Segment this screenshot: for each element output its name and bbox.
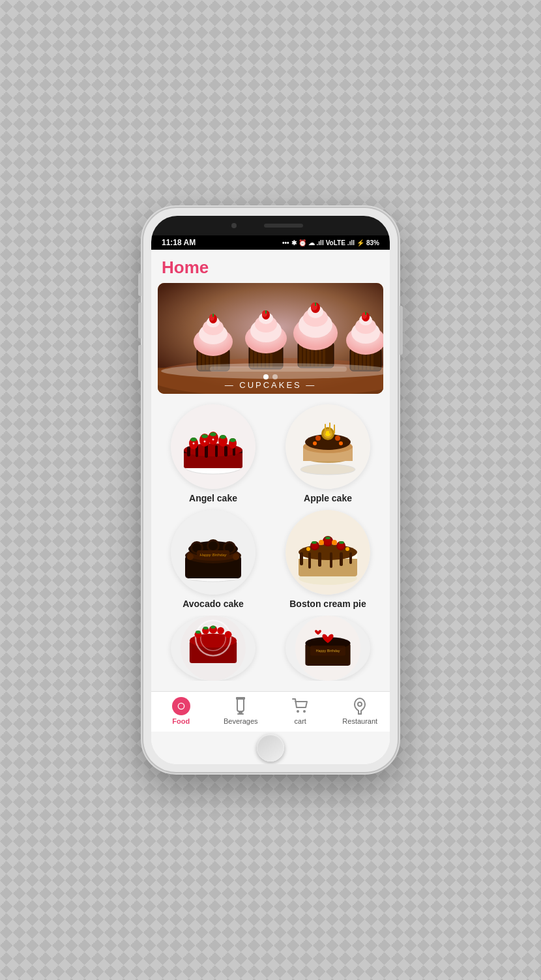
product-name-avocado-cake: Avocado cake: [183, 599, 244, 609]
svg-point-166: [297, 710, 299, 713]
nav-item-food[interactable]: Food: [151, 697, 211, 725]
svg-point-80: [210, 432, 216, 436]
svg-rect-124: [308, 552, 311, 569]
nav-label-food: Food: [172, 717, 190, 725]
svg-point-141: [339, 541, 344, 544]
product-item-5[interactable]: [159, 616, 267, 681]
bluetooth-icon: ✱: [291, 239, 297, 246]
status-bar: 11:18 AM ••• ✱ ⏰ ☁ .ıll VoLTE .ıll ⚡ 83%: [151, 235, 390, 250]
status-icons: ••• ✱ ⏰ ☁ .ıll VoLTE .ıll ⚡ 83%: [282, 239, 379, 246]
signal2-icon: .ıll: [347, 239, 355, 246]
phone-frame: 11:18 AM ••• ✱ ⏰ ☁ .ıll VoLTE .ıll ⚡ 83%…: [143, 208, 398, 772]
page-title: Home: [151, 250, 390, 283]
svg-text:Happy Birthday: Happy Birthday: [199, 553, 227, 557]
alarm-icon: ⏰: [299, 239, 306, 246]
svg-rect-165: [237, 713, 244, 715]
volume-up-button[interactable]: [138, 273, 141, 296]
dot-1[interactable]: [263, 374, 269, 379]
home-button[interactable]: [257, 734, 284, 762]
svg-point-139: [312, 541, 317, 544]
food-active-indicator: [172, 697, 190, 715]
svg-point-153: [203, 627, 209, 630]
svg-rect-128: [349, 552, 352, 564]
cart-icon-container: [291, 697, 310, 715]
nav-item-restaurant[interactable]: Restaurant: [330, 697, 390, 725]
svg-rect-101: [334, 424, 335, 434]
svg-point-44: [311, 303, 317, 310]
svg-rect-127: [340, 552, 343, 566]
product-item-6[interactable]: Happy Birthday: [274, 616, 382, 681]
product-name-apple-cake: Apple cake: [304, 493, 352, 503]
svg-point-79: [201, 434, 208, 438]
product-image-6: Happy Birthday: [285, 616, 370, 681]
product-image-apple-cake: [285, 404, 370, 489]
angel-cake-image: [171, 404, 256, 489]
svg-point-111: [209, 541, 218, 550]
bottom-bezel: [151, 732, 390, 764]
battery-icon: 83%: [366, 239, 379, 246]
svg-rect-126: [330, 552, 332, 568]
food-icon: [176, 701, 186, 711]
beverages-icon-container: [231, 697, 250, 715]
beverages-icon: [233, 697, 248, 715]
svg-point-167: [303, 710, 306, 713]
nav-label-restaurant: Restaurant: [342, 717, 377, 725]
svg-rect-32: [299, 344, 302, 366]
svg-point-116: [187, 554, 194, 560]
svg-point-151: [225, 631, 232, 638]
product-image-5: [171, 616, 256, 681]
svg-point-87: [300, 464, 355, 475]
svg-point-168: [358, 702, 362, 706]
product-item-angel-cake[interactable]: Angel cake: [159, 404, 267, 503]
svg-rect-125: [318, 552, 321, 567]
product-grid: Angel cake: [151, 394, 390, 691]
mute-button[interactable]: [138, 345, 141, 381]
carousel-dots: [158, 374, 383, 379]
dot-2[interactable]: [272, 374, 278, 379]
svg-point-154: [211, 625, 216, 629]
svg-rect-99: [325, 424, 326, 434]
product-item-avocado-cake[interactable]: Happy Birthday Avocado cake: [159, 510, 267, 609]
app-content: Home: [151, 250, 390, 691]
svg-point-161: [179, 704, 184, 709]
front-camera: [231, 223, 237, 228]
banner-carousel[interactable]: — Cupcakes —: [158, 283, 383, 394]
wifi-icon: ☁: [308, 239, 315, 246]
bottom-nav: Food Beverages: [151, 691, 390, 732]
svg-point-97: [313, 441, 317, 445]
svg-rect-164: [239, 711, 242, 713]
signal-icon: .ıll: [317, 239, 324, 246]
svg-rect-100: [329, 423, 330, 434]
svg-point-78: [190, 438, 197, 441]
top-bezel: [151, 216, 390, 235]
nav-item-cart[interactable]: cart: [270, 697, 330, 725]
svg-point-137: [306, 547, 310, 551]
svg-point-135: [319, 540, 324, 545]
nav-label-cart: cart: [295, 717, 306, 725]
product-image-avocado-cake: Happy Birthday: [171, 510, 256, 595]
cart-icon: [292, 698, 309, 714]
volume-down-button[interactable]: [138, 303, 141, 338]
svg-rect-30: [265, 310, 267, 314]
svg-point-98: [339, 441, 343, 445]
product-name-angel-cake: Angel cake: [189, 493, 237, 503]
restaurant-icon: [352, 697, 368, 715]
svg-rect-162: [237, 698, 244, 711]
boston-cream-pie-image: [285, 510, 370, 595]
svg-rect-45: [315, 303, 316, 306]
volte-icon: VoLTE: [326, 239, 345, 246]
power-button[interactable]: [400, 306, 403, 355]
banner-label: — Cupcakes —: [158, 380, 383, 390]
product-item-apple-cake[interactable]: Apple cake: [274, 404, 382, 503]
item6-image: Happy Birthday: [285, 616, 370, 681]
svg-rect-61: [210, 366, 347, 372]
svg-point-95: [315, 436, 321, 441]
product-image-angel-cake: [171, 404, 256, 489]
product-item-boston-cream-pie[interactable]: Boston cream pie: [274, 510, 382, 609]
svg-point-85: [212, 439, 214, 441]
nav-label-beverages: Beverages: [224, 717, 258, 725]
nav-item-beverages[interactable]: Beverages: [211, 697, 271, 725]
charge-icon: ⚡: [357, 239, 364, 246]
svg-point-140: [325, 537, 330, 539]
apple-cake-image: [285, 404, 370, 489]
